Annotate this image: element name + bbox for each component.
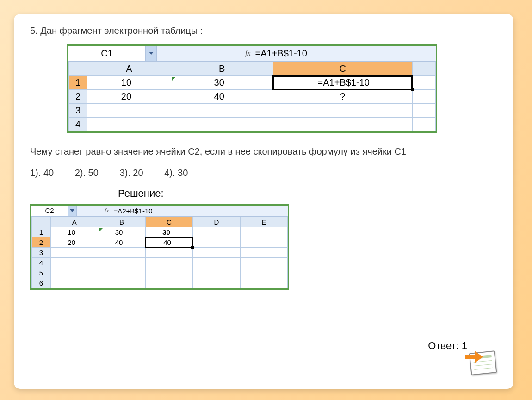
cell[interactable]: [240, 248, 287, 258]
spreadsheet-grid-2[interactable]: A B C D E 1 10 30 30 2 20 40 40 3 4: [31, 217, 288, 288]
col-header-b2[interactable]: B: [98, 217, 145, 227]
spreadsheet-fragment-1: C1 fx =А1+В$1-10 A B C 1 10 30 =А1+В$1-1…: [67, 44, 437, 133]
fx-icon[interactable]: fx: [245, 49, 251, 57]
formula-section: fx =А1+В$1-10: [157, 48, 436, 59]
col-header-d2[interactable]: D: [193, 217, 240, 227]
cell[interactable]: [412, 104, 435, 118]
cell[interactable]: [98, 278, 145, 288]
cell-c2[interactable]: ?: [273, 90, 412, 104]
row-header-5b[interactable]: 5: [32, 268, 51, 278]
cell[interactable]: [145, 248, 192, 258]
cell[interactable]: [193, 278, 240, 288]
namebox-dropdown-icon-2[interactable]: [68, 206, 77, 216]
cell2-a2[interactable]: 20: [50, 238, 98, 248]
excel-icon: [464, 346, 501, 379]
cell[interactable]: [273, 118, 412, 131]
row-header-4b[interactable]: 4: [32, 258, 51, 268]
name-box[interactable]: C1: [68, 46, 146, 61]
cell[interactable]: [193, 227, 240, 238]
solution-label: Решение:: [118, 188, 497, 200]
row-header-2[interactable]: 2: [69, 90, 87, 104]
cell[interactable]: [145, 258, 192, 268]
cell-a1[interactable]: 10: [87, 76, 171, 90]
cell[interactable]: [50, 248, 98, 258]
row-header-3[interactable]: 3: [69, 104, 87, 118]
row-header-4[interactable]: 4: [69, 118, 87, 131]
name-box-2[interactable]: C2: [31, 206, 68, 216]
col-header-a[interactable]: A: [87, 62, 171, 76]
formula-bar: C1 fx =А1+В$1-10: [68, 46, 436, 62]
cell-a2[interactable]: 20: [87, 90, 171, 104]
cell[interactable]: [240, 268, 287, 278]
cell[interactable]: [87, 104, 171, 118]
col-header-b[interactable]: B: [171, 62, 273, 76]
answer-options: 1). 40 2). 50 3). 20 4). 30: [30, 168, 497, 178]
col-header-e2[interactable]: E: [240, 217, 287, 227]
cell[interactable]: [145, 278, 192, 288]
spreadsheet-grid[interactable]: A B C 1 10 30 =А1+В$1-10 2 20 40 ? 3: [68, 62, 436, 131]
cell[interactable]: [240, 278, 287, 288]
col-header-blank[interactable]: [412, 62, 435, 76]
cell[interactable]: [240, 227, 287, 238]
col-header-c[interactable]: C: [273, 62, 412, 76]
fx-icon-2[interactable]: fx: [105, 207, 109, 214]
row-header-6b[interactable]: 6: [32, 278, 51, 288]
cell2-c2-selected[interactable]: 40: [145, 238, 192, 248]
question-title: 5. Дан фрагмент электронной таблицы :: [30, 25, 497, 36]
option-2: 2). 50: [75, 168, 99, 178]
cell[interactable]: [50, 268, 98, 278]
cell-b1[interactable]: 30: [171, 76, 273, 90]
select-all-corner[interactable]: [69, 62, 87, 76]
cell2-b1[interactable]: 30: [98, 227, 145, 238]
option-4: 4). 30: [164, 168, 188, 178]
cell-blank[interactable]: [412, 90, 435, 104]
cell[interactable]: [273, 104, 412, 118]
cell[interactable]: [87, 118, 171, 131]
col-header-c2[interactable]: C: [145, 217, 192, 227]
answer-text: Ответ: 1: [428, 340, 467, 352]
cell[interactable]: [145, 268, 192, 278]
cell2-c1[interactable]: 30: [145, 227, 192, 238]
select-all-corner-2[interactable]: [32, 217, 51, 227]
cell[interactable]: [240, 258, 287, 268]
cell[interactable]: [98, 268, 145, 278]
cell-blank[interactable]: [412, 76, 435, 90]
cell[interactable]: [98, 248, 145, 258]
cell[interactable]: [50, 278, 98, 288]
cell2-a1[interactable]: 10: [50, 227, 98, 238]
cell2-b2[interactable]: 40: [98, 238, 145, 248]
cell[interactable]: [193, 248, 240, 258]
row-header-1[interactable]: 1: [69, 76, 87, 90]
option-3: 3). 20: [119, 168, 143, 178]
cell[interactable]: [171, 104, 273, 118]
cell-b2[interactable]: 40: [171, 90, 273, 104]
cell[interactable]: [412, 118, 435, 131]
namebox-dropdown-icon[interactable]: [146, 46, 157, 61]
formula-value-2[interactable]: =A2+B$1-10: [113, 207, 152, 215]
cell[interactable]: [193, 268, 240, 278]
cell[interactable]: [193, 258, 240, 268]
question-body: Чему станет равно значение ячейки С2, ес…: [30, 144, 497, 158]
spreadsheet-fragment-2: C2 fx =A2+B$1-10 A B C D E 1 10 30 30: [30, 204, 289, 290]
cell[interactable]: [193, 238, 240, 248]
formula-section-2: fx =A2+B$1-10: [77, 207, 288, 215]
formula-value[interactable]: =А1+В$1-10: [255, 48, 307, 59]
row-header-3b[interactable]: 3: [32, 248, 51, 258]
col-header-a2[interactable]: A: [50, 217, 98, 227]
cell[interactable]: [240, 238, 287, 248]
row-header-2b[interactable]: 2: [32, 238, 51, 248]
cell[interactable]: [50, 258, 98, 268]
option-1: 1). 40: [30, 168, 54, 178]
cell-c1-selected[interactable]: =А1+В$1-10: [273, 76, 412, 90]
content-card: 5. Дан фрагмент электронной таблицы : C1…: [14, 14, 513, 389]
formula-bar-2: C2 fx =A2+B$1-10: [31, 206, 288, 217]
row-header-1b[interactable]: 1: [32, 227, 51, 238]
cell[interactable]: [98, 258, 145, 268]
cell[interactable]: [171, 118, 273, 131]
